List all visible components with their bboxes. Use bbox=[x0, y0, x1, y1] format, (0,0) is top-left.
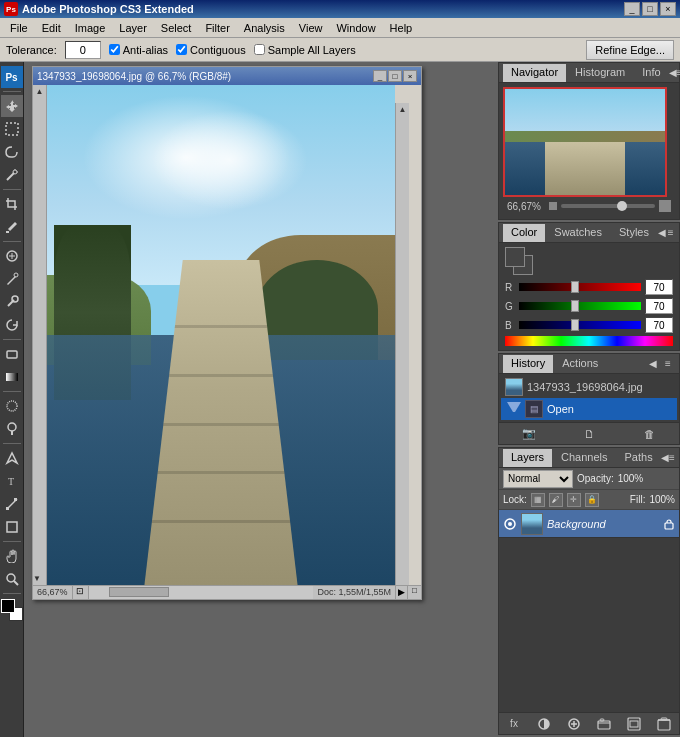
layer-visibility-icon[interactable] bbox=[503, 517, 517, 531]
tab-swatches[interactable]: Swatches bbox=[546, 224, 610, 242]
new-group-button[interactable] bbox=[595, 715, 613, 733]
g-slider-thumb[interactable] bbox=[571, 300, 579, 312]
h-scroll-thumb[interactable] bbox=[109, 587, 169, 597]
layers-menu-button[interactable]: ≡ bbox=[669, 451, 675, 465]
b-value-input[interactable] bbox=[645, 317, 673, 333]
doc-status-arrow[interactable]: ▶ bbox=[395, 586, 407, 599]
zoom-slider[interactable] bbox=[561, 204, 655, 208]
scroll-arrow-up[interactable]: ▲ bbox=[33, 87, 46, 96]
foreground-color-swatch[interactable] bbox=[1, 599, 15, 613]
r-slider-thumb[interactable] bbox=[571, 281, 579, 293]
history-snapshot-button[interactable]: 📷 bbox=[520, 425, 538, 443]
doc-maximize-button[interactable]: □ bbox=[388, 70, 402, 82]
tolerance-input[interactable] bbox=[65, 41, 101, 59]
tab-actions[interactable]: Actions bbox=[554, 355, 606, 373]
horizontal-scrollbar[interactable] bbox=[89, 586, 314, 599]
layer-background[interactable]: Background bbox=[499, 510, 679, 538]
tab-channels[interactable]: Channels bbox=[553, 449, 615, 467]
shape-tool[interactable] bbox=[1, 516, 23, 538]
tab-info[interactable]: Info bbox=[634, 64, 668, 82]
fg-color-box[interactable] bbox=[505, 247, 525, 267]
path-select-tool[interactable] bbox=[1, 493, 23, 515]
history-delete-button[interactable]: 🗑 bbox=[640, 425, 658, 443]
clone-stamp-tool[interactable] bbox=[1, 291, 23, 313]
menu-select[interactable]: Select bbox=[155, 20, 198, 36]
eraser-tool[interactable] bbox=[1, 343, 23, 365]
heal-tool[interactable] bbox=[1, 245, 23, 267]
menu-layer[interactable]: Layer bbox=[113, 20, 153, 36]
new-fill-layer-button[interactable] bbox=[565, 715, 583, 733]
color-menu-button[interactable]: ≡ bbox=[667, 226, 675, 240]
tab-history[interactable]: History bbox=[503, 355, 553, 373]
color-spectrum[interactable] bbox=[505, 336, 673, 346]
type-tool[interactable]: T bbox=[1, 470, 23, 492]
blur-tool[interactable] bbox=[1, 395, 23, 417]
lock-image-icon[interactable]: 🖌 bbox=[549, 493, 563, 507]
history-item-file[interactable]: 1347933_19698064.jpg bbox=[501, 376, 677, 398]
history-menu-button[interactable]: ≡ bbox=[661, 357, 675, 371]
doc-close-button[interactable]: × bbox=[403, 70, 417, 82]
layers-collapse-button[interactable]: ◀ bbox=[661, 450, 669, 466]
tab-color[interactable]: Color bbox=[503, 224, 545, 242]
menu-image[interactable]: Image bbox=[69, 20, 112, 36]
lock-transparency-icon[interactable]: ▦ bbox=[531, 493, 545, 507]
vertical-scrollbar[interactable]: ▲ ▼ bbox=[395, 103, 409, 585]
anti-alias-checkbox[interactable]: Anti-alias bbox=[109, 44, 168, 56]
move-tool[interactable] bbox=[1, 95, 23, 117]
menu-help[interactable]: Help bbox=[384, 20, 419, 36]
history-open-item[interactable]: ▤ Open bbox=[501, 398, 677, 420]
refine-edge-button[interactable]: Refine Edge... bbox=[586, 40, 674, 60]
g-slider[interactable] bbox=[519, 302, 641, 310]
tab-navigator[interactable]: Navigator bbox=[503, 64, 566, 82]
close-button[interactable]: × bbox=[660, 2, 676, 16]
sample-all-layers-checkbox[interactable]: Sample All Layers bbox=[254, 44, 356, 56]
scroll-arrow-down[interactable]: ▼ bbox=[33, 574, 41, 583]
lasso-tool[interactable] bbox=[1, 141, 23, 163]
scroll-up-arrow[interactable]: ▲ bbox=[396, 105, 409, 114]
tab-histogram[interactable]: Histogram bbox=[567, 64, 633, 82]
gradient-tool[interactable] bbox=[1, 366, 23, 388]
contiguous-checkbox[interactable]: Contiguous bbox=[176, 44, 246, 56]
hand-tool[interactable] bbox=[1, 545, 23, 567]
r-slider[interactable] bbox=[519, 283, 641, 291]
color-swatches[interactable] bbox=[1, 599, 23, 621]
delete-layer-button[interactable] bbox=[655, 715, 673, 733]
history-brush-tool[interactable] bbox=[1, 314, 23, 336]
window-controls[interactable]: _ □ × bbox=[624, 2, 676, 16]
doc-minimize-button[interactable]: _ bbox=[373, 70, 387, 82]
add-mask-button[interactable] bbox=[535, 715, 553, 733]
brush-tool[interactable] bbox=[1, 268, 23, 290]
tab-layers[interactable]: Layers bbox=[503, 449, 552, 467]
minimize-button[interactable]: _ bbox=[624, 2, 640, 16]
menu-file[interactable]: File bbox=[4, 20, 34, 36]
menu-analysis[interactable]: Analysis bbox=[238, 20, 291, 36]
new-layer-button[interactable] bbox=[625, 715, 643, 733]
pen-tool[interactable] bbox=[1, 447, 23, 469]
tab-styles[interactable]: Styles bbox=[611, 224, 657, 242]
menu-filter[interactable]: Filter bbox=[199, 20, 235, 36]
color-collapse-button[interactable]: ◀ bbox=[657, 225, 667, 241]
doc-window-controls[interactable]: _ □ × bbox=[373, 70, 417, 82]
menu-window[interactable]: Window bbox=[330, 20, 381, 36]
menu-edit[interactable]: Edit bbox=[36, 20, 67, 36]
g-value-input[interactable] bbox=[645, 298, 673, 314]
lock-position-icon[interactable]: ✛ bbox=[567, 493, 581, 507]
history-collapse-button[interactable]: ◀ bbox=[645, 356, 661, 372]
maximize-button[interactable]: □ bbox=[642, 2, 658, 16]
blend-mode-select[interactable]: Normal bbox=[503, 470, 573, 488]
dodge-tool[interactable] bbox=[1, 418, 23, 440]
b-slider-thumb[interactable] bbox=[571, 319, 579, 331]
navigator-menu-button[interactable]: ≡ bbox=[677, 66, 680, 80]
lock-all-icon[interactable]: 🔒 bbox=[585, 493, 599, 507]
menu-view[interactable]: View bbox=[293, 20, 329, 36]
b-slider[interactable] bbox=[519, 321, 641, 329]
r-value-input[interactable] bbox=[645, 279, 673, 295]
tab-paths[interactable]: Paths bbox=[617, 449, 661, 467]
zoom-slider-thumb[interactable] bbox=[617, 201, 627, 211]
add-style-button[interactable]: fx bbox=[505, 715, 523, 733]
marquee-tool[interactable] bbox=[1, 118, 23, 140]
doc-zoom-icon[interactable]: ⊡ bbox=[73, 586, 89, 599]
crop-tool[interactable] bbox=[1, 193, 23, 215]
zoom-tool[interactable] bbox=[1, 568, 23, 590]
history-new-doc-button[interactable]: 🗋 bbox=[580, 425, 598, 443]
